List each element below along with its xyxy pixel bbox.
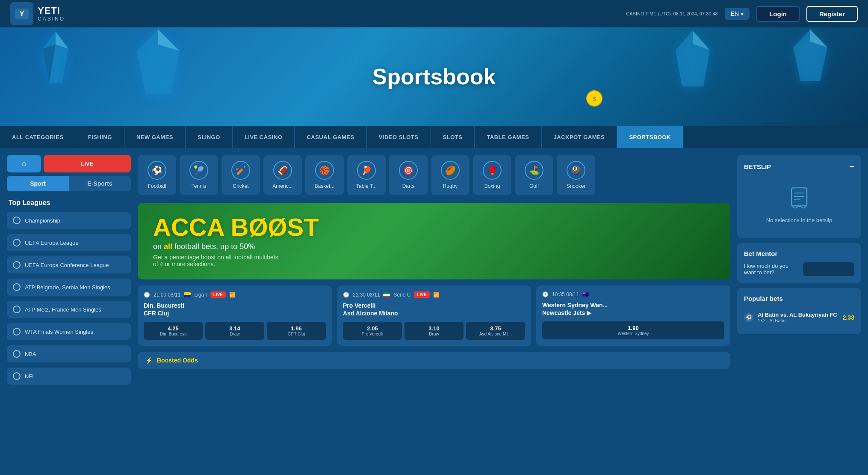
esports-tab[interactable]: E-Sports	[69, 176, 131, 191]
popular-bet-item-1[interactable]: ⚽ Al Batin vs. AL Bukayriyah FC 1×2 Al B…	[744, 307, 854, 327]
flag-serie-c	[383, 292, 390, 297]
sport-table-tennis[interactable]: 🏓 Table T...	[347, 155, 386, 195]
nav-casual-games[interactable]: CASUAL GAMES	[295, 126, 366, 148]
odd-btn-2-3[interactable]: 3.75 Asd Alcione Mil...	[466, 322, 525, 340]
left-sidebar: ⌂ LIVE Sport E-Sports Top Leagues Champi…	[7, 155, 131, 386]
betslip-empty: No selections in the betslip	[744, 179, 854, 231]
nav-slots[interactable]: SLOTS	[431, 126, 475, 148]
sport-darts[interactable]: 🎯 Darts	[389, 155, 428, 195]
popular-bet-teams: Al Batin vs. AL Bukayriyah FC 1×2 Al Bat…	[758, 312, 838, 323]
betslip-title: BETSLIP	[744, 163, 771, 170]
popular-bets-box: Popular bets ⚽ Al Batin vs. AL Bukayriya…	[737, 288, 861, 334]
league-dot-atp-metz	[13, 306, 21, 313]
sport-american-football[interactable]: 🏈 Americ...	[263, 155, 302, 195]
match-header-2: 🕐 21:30 08/11 Serie C LIVE 📶	[343, 291, 525, 298]
boosted-odds-label: Boosted Odds	[157, 357, 198, 364]
betslip-minimize-icon[interactable]: −	[849, 162, 854, 172]
odd-btn-2-1[interactable]: 2.05 Pro Vercelli	[343, 322, 402, 340]
svg-text:$: $	[593, 95, 596, 102]
home-icon: ⌂	[22, 159, 27, 168]
nav-table-games[interactable]: TABLE GAMES	[475, 126, 541, 148]
betslip-header: BETSLIP −	[744, 162, 854, 172]
coin-decoration: $	[586, 90, 603, 109]
sidebar-item-atp-belgrade[interactable]: ATP Belgrade, Serbia Men Singles	[7, 279, 131, 296]
odd-btn-1-2[interactable]: 3.14 Draw	[205, 322, 264, 340]
nav-slingo[interactable]: SLINGO	[186, 126, 233, 148]
tennis-icon: 🎾	[189, 161, 208, 180]
sport-rugby[interactable]: 🏉 Rugby	[431, 155, 469, 195]
nav-all-categories[interactable]: ALL CATEGORIES	[0, 126, 76, 148]
sport-tennis[interactable]: 🎾 Tennis	[180, 155, 218, 195]
sidebar-item-wta-finals[interactable]: WTA Finals Women Singles	[7, 323, 131, 340]
clock-icon-1: 🕐	[144, 292, 150, 298]
sport-football[interactable]: ⚽ Football	[138, 155, 176, 195]
league-dot-nfl	[13, 372, 21, 380]
popular-bet-sport-icon: ⚽	[744, 313, 753, 322]
league-dot-championship	[13, 217, 21, 224]
boosted-odds-bar[interactable]: ⚡ Boosted Odds	[138, 352, 730, 369]
popular-bet-odd-1: 2.33	[843, 314, 854, 321]
golf-icon: ⛳	[525, 161, 543, 180]
nav-live-casino[interactable]: LIVE CASINO	[233, 126, 295, 148]
sidebar-item-nfl[interactable]: NFL	[7, 368, 131, 385]
nav-sportsbook[interactable]: SPORTSBOOK	[617, 126, 683, 148]
sidebar-item-nba[interactable]: NBA	[7, 345, 131, 362]
sportsbook-banner: $ Sportsbook	[0, 27, 868, 126]
promo-title: ACCA BØØST	[153, 215, 715, 240]
sidebar-item-uefa-conference[interactable]: UEFA Europa Conference League	[7, 256, 131, 273]
crystal-decoration-4	[787, 30, 834, 83]
nav-jackpot-games[interactable]: JACKPOT GAMES	[542, 126, 617, 148]
league-dot-uefa-conference	[13, 261, 21, 269]
navigation-bar: ALL CATEGORIES FISHING NEW GAMES SLINGO …	[0, 126, 868, 148]
odds-row-1: 4.25 Din. Bucuresti 3.14 Draw 1.96 CFR C…	[144, 322, 326, 340]
sport-tab[interactable]: Sport	[7, 176, 69, 191]
match-cards-row: 🕐 21:00 08/11 Liga I LIVE 📶 Din. Bucures…	[138, 285, 730, 346]
language-button[interactable]: EN ▾	[725, 8, 750, 20]
sport-golf[interactable]: ⛳ Golf	[515, 155, 553, 195]
nav-new-games[interactable]: NEW GAMES	[124, 126, 186, 148]
nav-fishing[interactable]: FISHING	[76, 126, 124, 148]
bet-mentor-title: Bet Mentor	[744, 250, 854, 257]
bet-amount-input[interactable]	[803, 262, 854, 276]
odds-row-3: 1.90 Western Sydney	[542, 321, 724, 339]
sport-boxing[interactable]: 🥊 Boxing	[473, 155, 511, 195]
register-button[interactable]: Register	[806, 6, 858, 22]
odd-btn-1-1[interactable]: 4.25 Din. Bucuresti	[144, 322, 203, 340]
home-button[interactable]: ⌂	[7, 155, 41, 172]
odd-btn-1-3[interactable]: 1.96 CFR Cluj	[267, 322, 326, 340]
snooker-icon: 🎱	[567, 161, 585, 180]
match-header-3: 🕐 10:35 08/11 🇦🇺	[542, 291, 724, 297]
sidebar-item-uefa-europa[interactable]: UEFA Europa League	[7, 234, 131, 251]
football-icon: ⚽	[148, 161, 166, 180]
crystal-decoration-3	[667, 31, 718, 88]
match-teams-3: Western Sydney Wan... Newcastle Jets ▶	[542, 302, 724, 316]
match-card-2: 🕐 21:30 08/11 Serie C LIVE 📶 Pro Vercell…	[337, 285, 531, 346]
banner-title: Sportsbook	[372, 64, 496, 89]
logo-area: Y YETI CASINO	[10, 2, 65, 25]
league-dot-uefa-europa	[13, 239, 21, 246]
boost-icon: ⚡	[145, 357, 153, 364]
flag-australia: 🇦🇺	[582, 291, 589, 297]
odds-row-2: 2.05 Pro Vercelli 3.10 Draw 3.75 Asd Alc…	[343, 322, 525, 340]
casino-time: CASINO TIME (UTC): 08.11.2024, 07:30:48	[626, 11, 717, 16]
match-teams-1: Din. Bucuresti CFR Cluj	[144, 302, 326, 317]
live-button[interactable]: LIVE	[44, 155, 131, 172]
right-sidebar: BETSLIP − No selections in the betslip	[737, 155, 861, 334]
promo-subtitle: on all football bets, up to 50%	[153, 242, 715, 251]
american-football-icon: 🏈	[273, 161, 292, 180]
promo-banner: ACCA BØØST on all football bets, up to 5…	[138, 203, 730, 279]
sidebar-item-championship[interactable]: Championship	[7, 212, 131, 229]
sport-snooker[interactable]: 🎱 Snooker	[557, 155, 595, 195]
league-dot-atp-belgrade	[13, 283, 21, 291]
login-button[interactable]: Login	[756, 6, 800, 22]
signal-icon-2: 📶	[433, 292, 440, 298]
bet-mentor-question: How much do you want to bet?	[744, 263, 800, 276]
odd-btn-3-1[interactable]: 1.90 Western Sydney	[542, 321, 724, 339]
nav-video-slots[interactable]: VIDEO SLOTS	[367, 126, 431, 148]
logo-icon: Y	[10, 2, 33, 25]
sport-basketball[interactable]: 🏀 Basket...	[305, 155, 344, 195]
sports-icons-row: ⚽ Football 🎾 Tennis 🏏 Cricket 🏈 Americ..…	[138, 155, 730, 197]
sidebar-item-atp-metz[interactable]: ATP Metz, France Men Singles	[7, 301, 131, 318]
odd-btn-2-2[interactable]: 3.10 Draw	[404, 322, 464, 340]
sport-cricket[interactable]: 🏏 Cricket	[221, 155, 260, 195]
